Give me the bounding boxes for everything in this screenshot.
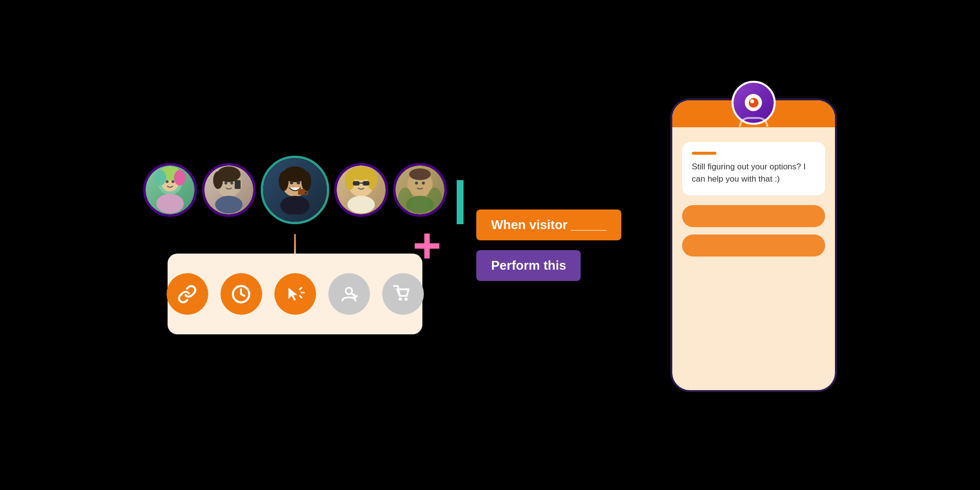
svg-point-33 [415,182,418,185]
bracket-br [324,219,329,224]
svg-point-26 [345,170,355,190]
avatar-2[interactable] [202,163,256,217]
svg-rect-28 [363,181,369,186]
bot-headset [739,117,768,127]
svg-point-19 [290,181,294,185]
svg-point-18 [301,171,311,191]
bot-eye [745,94,762,111]
svg-point-20 [297,181,300,185]
avatar-3-selected[interactable] [261,156,329,224]
svg-point-44 [405,297,408,301]
svg-point-10 [213,171,223,189]
chat-message-bubble: Still figuring out your options? I can h… [682,142,825,195]
chat-bubble-bar [692,152,716,155]
phone-inner: Still figuring out your options? I can h… [672,100,835,390]
svg-point-7 [156,194,184,213]
avatar-5[interactable] [393,163,447,217]
plus-icon: + [413,221,441,270]
svg-point-11 [224,182,227,185]
bot-eye-pupil [750,99,754,103]
main-container: When visitor _____ Perform this + [0,0,980,490]
plus-sign: + [413,221,441,270]
svg-point-43 [399,297,402,301]
svg-point-30 [347,196,375,213]
when-visitor-tag: When visitor _____ [476,210,621,240]
perform-this-tag: Perform this [476,250,581,281]
avatar-row [143,156,447,224]
connector-line [294,234,296,254]
clock-icon-button[interactable] [220,273,262,315]
phone-mockup: Still figuring out your options? I can h… [670,98,837,392]
svg-point-14 [215,196,243,213]
bracket-bl [261,219,266,224]
phone-section: Still figuring out your options? I can h… [670,98,837,392]
left-section [143,156,447,334]
cursor-click-icon-button[interactable] [274,273,316,315]
svg-point-3 [154,170,166,186]
svg-point-5 [166,180,169,183]
link-icon-button[interactable] [167,273,208,315]
avatar-4[interactable] [334,163,388,217]
middle-section: When visitor _____ Perform this + [476,210,621,281]
svg-point-25 [368,170,377,190]
svg-line-39 [300,287,301,289]
svg-point-17 [279,171,289,191]
avatar-1[interactable] [143,163,197,217]
svg-point-32 [409,168,431,180]
svg-rect-21 [298,189,305,195]
svg-line-41 [300,296,301,297]
svg-rect-13 [235,180,241,189]
bracket-tl [261,156,266,161]
chatbot-avatar [732,81,776,125]
svg-rect-27 [353,181,360,186]
teal-accent-bar [457,180,464,224]
chat-message-text: Still figuring out your options? I can h… [692,161,815,186]
chat-content: Still figuring out your options? I can h… [672,132,835,266]
svg-point-36 [398,187,413,212]
svg-point-34 [422,182,425,185]
bracket-tr [324,156,329,161]
chat-action-button-1[interactable] [682,205,825,227]
svg-point-22 [280,196,310,214]
svg-point-6 [172,180,174,183]
shopping-cart-icon-button[interactable] [382,273,424,315]
chat-action-button-2[interactable] [682,234,825,257]
svg-point-12 [230,182,233,185]
svg-point-37 [427,187,442,212]
user-sync-icon-button[interactable] [328,273,370,315]
bot-eye-inner [749,98,759,108]
svg-point-4 [174,170,186,186]
action-panel [168,254,422,334]
svg-point-42 [346,287,352,294]
